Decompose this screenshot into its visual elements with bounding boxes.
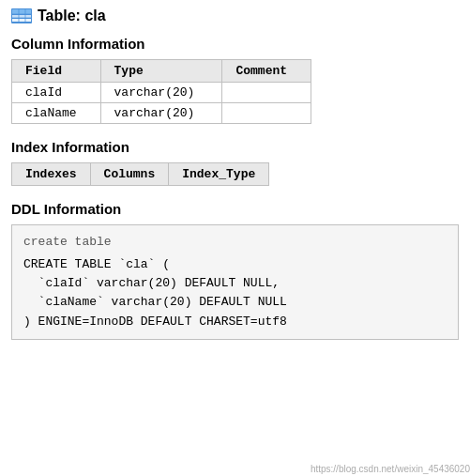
index-table: Indexes Columns Index_Type bbox=[11, 162, 269, 186]
comment-claName bbox=[222, 103, 311, 124]
col-header-comment: Comment bbox=[222, 60, 311, 83]
ddl-label: create table bbox=[23, 233, 447, 252]
col-header-field: Field bbox=[12, 60, 101, 83]
ddl-box: create table CREATE TABLE `cla` ( `claId… bbox=[11, 224, 459, 340]
idx-header-indexes: Indexes bbox=[12, 163, 91, 186]
table-row: claName varchar(20) bbox=[12, 103, 311, 124]
page-title-row: Table: cla bbox=[11, 8, 459, 24]
ddl-section: DDL Information create table CREATE TABL… bbox=[11, 201, 459, 340]
field-claName: claName bbox=[12, 103, 101, 124]
type-claId: varchar(20) bbox=[100, 83, 222, 103]
column-section: Column Information Field Type Comment cl… bbox=[11, 36, 459, 124]
table-row: claId varchar(20) bbox=[12, 83, 311, 103]
svg-rect-3 bbox=[12, 19, 31, 22]
index-section-title: Index Information bbox=[11, 139, 459, 155]
type-claName: varchar(20) bbox=[100, 103, 222, 124]
idx-header-columns: Columns bbox=[90, 163, 169, 186]
table-icon bbox=[11, 8, 32, 23]
column-section-title: Column Information bbox=[11, 36, 459, 52]
idx-header-index-type: Index_Type bbox=[169, 163, 269, 186]
field-claId: claId bbox=[12, 83, 101, 103]
column-table: Field Type Comment claId varchar(20) cla… bbox=[11, 59, 311, 124]
col-header-type: Type bbox=[100, 60, 222, 83]
ddl-code: CREATE TABLE `cla` ( `claId` varchar(20)… bbox=[23, 255, 447, 331]
svg-rect-1 bbox=[12, 9, 31, 14]
index-section: Index Information Indexes Columns Index_… bbox=[11, 139, 459, 186]
ddl-section-title: DDL Information bbox=[11, 201, 459, 217]
comment-claId bbox=[222, 83, 311, 103]
page-title: Table: cla bbox=[38, 8, 106, 24]
svg-rect-2 bbox=[12, 15, 31, 18]
watermark: https://blog.csdn.net/weixin_45436020 bbox=[311, 464, 470, 474]
